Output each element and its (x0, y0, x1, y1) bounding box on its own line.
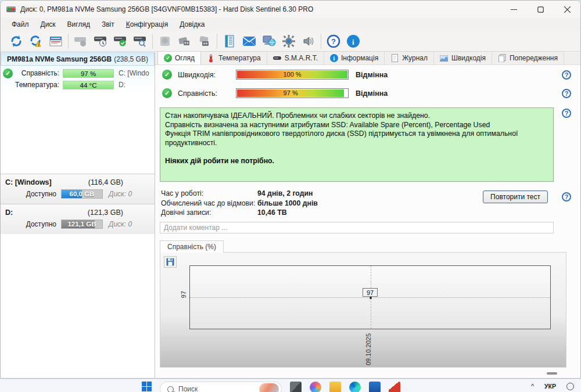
tab-overview[interactable]: ✓ Огляд (157, 52, 201, 64)
health-label: Справність: (15, 69, 63, 77)
partition-size: (121,3 GB) (88, 208, 123, 217)
tray-status-icon[interactable] (566, 383, 574, 390)
help-icon[interactable]: ? (325, 33, 342, 49)
partition-d-block[interactable]: D: (121,3 GB) Доступно 121,1 GB Диск: 0 (1, 204, 155, 234)
temp-label: Температура: (15, 81, 63, 89)
scrollbar-thumb[interactable] (547, 372, 557, 375)
partition-usage-bar: 121,1 GB (61, 220, 103, 229)
disk-eject-icon[interactable] (176, 33, 193, 49)
disk-insert-icon[interactable] (196, 33, 213, 49)
status-text-box: Стан накопичувача ІДЕАЛЬНИЙ. Проблемних … (160, 107, 554, 182)
performance-label: Швидкодія: (178, 71, 236, 79)
menu-view[interactable]: Вигляд (62, 19, 95, 30)
disk-icon (273, 54, 282, 63)
available-value: 121,1 GB (62, 220, 102, 228)
horizontal-scrollbar[interactable] (160, 371, 563, 376)
chart-tab-health[interactable]: Справність (%) (160, 240, 224, 253)
data-point-label: 97 (363, 288, 378, 297)
available-label: Доступно (5, 220, 61, 228)
language-indicator[interactable]: УКР (544, 383, 556, 390)
partition-size: (116,4 GB) (88, 178, 123, 186)
power-on-label: Час у роботі: (161, 189, 257, 199)
health-rating: Відмінна (356, 89, 388, 98)
sidebar-health-row[interactable]: ✓ Справність: 97 % C: [Windo (3, 67, 152, 79)
retest-help-icon[interactable]: ? (562, 192, 571, 202)
close-button[interactable] (554, 1, 580, 18)
tab-smart[interactable]: S.M.A.R.T. (267, 52, 324, 64)
performance-bar: 100 % (236, 70, 349, 80)
sidebar-temp-row[interactable]: Температура: 44 °C D: (3, 79, 152, 91)
sound-icon[interactable] (300, 33, 317, 49)
sidebar-disk-header[interactable]: PM981a NVMe Samsung 256GB (238,5 GB) (1, 52, 155, 66)
menu-help[interactable]: Довідка (174, 19, 210, 30)
tab-log[interactable]: Журнал (385, 52, 434, 64)
menu-configuration[interactable]: Конфігурація (121, 19, 173, 30)
task-view-icon[interactable] (290, 382, 302, 392)
settings-gear-icon[interactable] (280, 33, 297, 49)
pages-icon (498, 54, 507, 63)
menu-file[interactable]: Файл (6, 19, 34, 30)
copilot-icon[interactable] (310, 382, 321, 392)
drive-icon[interactable] (156, 33, 174, 49)
disk-name: PM981a NVMe Samsung 256GB (7, 55, 112, 63)
performance-rating: Відмінна (356, 71, 388, 79)
save-chart-icon[interactable] (164, 256, 177, 268)
tab-information[interactable]: i Інформація (324, 52, 385, 64)
start-button[interactable] (142, 382, 152, 391)
health-help-icon[interactable]: ? (562, 89, 571, 98)
status-line: Стан накопичувача ІДЕАЛЬНИЙ. Проблемних … (165, 112, 548, 121)
health-ok-icon: ✓ (162, 88, 172, 98)
tab-alerts[interactable]: Попередження (492, 52, 564, 64)
disk-number: Диск: 0 (109, 190, 132, 198)
disk-search-icon[interactable] (131, 33, 149, 49)
taskbar-search[interactable]: Поиск (160, 382, 282, 392)
disk-number: Диск: 0 (109, 220, 132, 228)
network-icon[interactable] (260, 33, 278, 49)
title-bar: Диск: 0, PM981a NVMe Samsung 256GB [S4GV… (1, 1, 580, 18)
minimize-button[interactable] (500, 1, 527, 18)
tray-chevron-icon[interactable]: ^ (531, 383, 534, 390)
journal-icon[interactable] (221, 33, 238, 49)
menu-disk[interactable]: Диск (35, 19, 61, 30)
status-line: Справність визначена за наступними атриб… (165, 121, 548, 130)
maximize-button[interactable] (527, 1, 554, 18)
store-icon[interactable] (369, 382, 381, 392)
performance-metric-row: ✓ Швидкодія: 100 % Відмінна (162, 70, 388, 80)
health-history-chart: 97 97 09.10.2025 (160, 252, 566, 368)
app-icon (6, 5, 16, 13)
retest-button[interactable]: Повторити тест (483, 190, 548, 203)
svg-text:!: ! (38, 42, 39, 46)
disk-identify-icon[interactable] (72, 33, 89, 49)
health-label: Справність: (178, 89, 236, 98)
comment-input[interactable] (160, 222, 554, 233)
estimated-life-value: більше 1000 днів (257, 199, 318, 209)
tab-performance[interactable]: Швидкодія (434, 52, 492, 64)
mail-icon[interactable] (241, 33, 258, 49)
status-help-icon[interactable]: ? (562, 109, 571, 118)
hard-disk-sentinel-taskbar-icon[interactable] (389, 382, 400, 392)
refresh-warning-icon[interactable]: ! (27, 33, 45, 49)
tab-temperature[interactable]: Температура (201, 52, 267, 64)
info-icon[interactable]: i (345, 33, 362, 49)
svg-text:i: i (352, 37, 354, 46)
x-axis-tick: 09.10.2025 (365, 330, 372, 365)
partition-c-block[interactable]: C: [Windows] (116,4 GB) Доступно 60,0 GB… (1, 174, 155, 204)
performance-help-icon[interactable]: ? (562, 70, 571, 80)
search-daily-image (259, 383, 279, 392)
refresh-icon[interactable] (8, 33, 25, 49)
available-value: 60,0 GB (62, 190, 102, 198)
partition-usage-bar: 60,0 GB (61, 189, 103, 199)
disk-history-icon[interactable] (92, 33, 109, 49)
lifetime-writes-value: 10,46 TB (257, 208, 287, 218)
edge-icon[interactable] (349, 382, 361, 392)
health-value-bar: 97 % (63, 69, 114, 78)
disk-test-icon[interactable] (112, 33, 129, 49)
health-metric-row: ✓ Справність: 97 % Відмінна (162, 88, 388, 98)
estimated-life-label: Обчислений час до відмови: (161, 199, 257, 209)
menu-report[interactable]: Звіт (96, 19, 120, 30)
window-title: Диск: 0, PM981a NVMe Samsung 256GB [S4GV… (20, 5, 313, 13)
chart-icon (440, 54, 449, 63)
report-icon[interactable] (47, 33, 64, 49)
file-explorer-icon[interactable] (329, 382, 341, 392)
available-label: Доступно (5, 190, 61, 198)
